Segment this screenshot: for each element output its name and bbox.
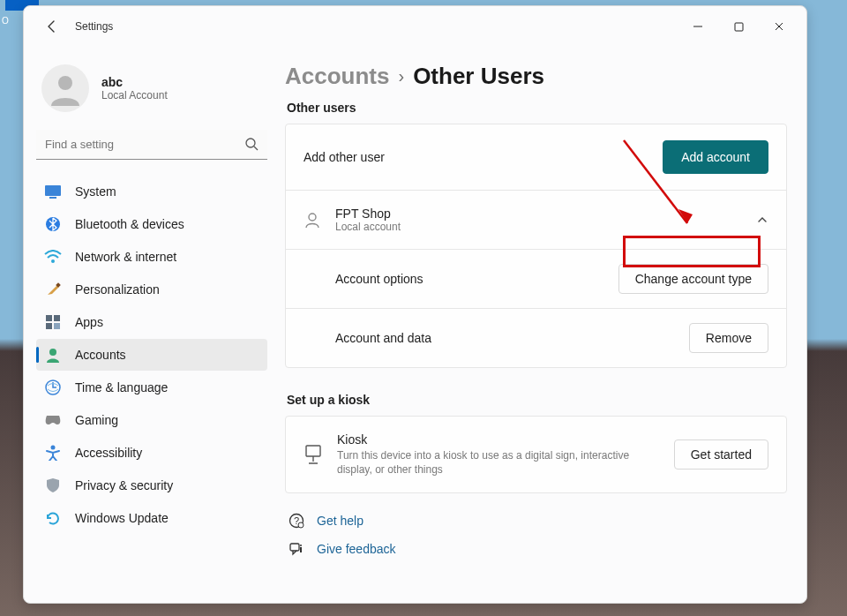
paintbrush-icon xyxy=(43,280,63,299)
nav-personalization[interactable]: Personalization xyxy=(36,274,267,305)
svg-point-12 xyxy=(49,349,56,356)
nav-list: System Bluetooth & devices Network & int… xyxy=(36,176,267,534)
user-type: Local account xyxy=(335,221,401,233)
user-row[interactable]: FPT Shop Local account xyxy=(286,191,786,250)
arrow-left-icon xyxy=(45,19,59,34)
get-started-button[interactable]: Get started xyxy=(674,439,768,470)
bluetooth-icon xyxy=(43,214,63,234)
svg-rect-11 xyxy=(54,323,60,329)
search-input[interactable] xyxy=(36,130,267,160)
apps-icon xyxy=(43,312,63,332)
window-title: Settings xyxy=(75,20,113,33)
change-account-type-button[interactable]: Change account type xyxy=(618,264,768,294)
nav-apps[interactable]: Apps xyxy=(36,306,267,338)
link-label: Give feedback xyxy=(317,542,396,556)
minimize-icon xyxy=(693,21,703,32)
nav-accessibility[interactable]: Accessibility xyxy=(36,437,267,469)
svg-rect-9 xyxy=(54,315,60,321)
nav-label: Accessibility xyxy=(75,446,142,460)
kiosk-icon xyxy=(304,444,323,465)
svg-point-1 xyxy=(58,76,72,90)
minimize-button[interactable] xyxy=(678,12,718,41)
nav-label: Bluetooth & devices xyxy=(75,217,184,231)
gamepad-icon xyxy=(43,410,63,430)
help-links: ? Get help Give feedback xyxy=(285,513,787,557)
user-name: FPT Shop xyxy=(335,207,401,221)
breadcrumb-parent[interactable]: Accounts xyxy=(285,63,389,90)
wifi-icon xyxy=(43,247,63,267)
account-data-label: Account and data xyxy=(335,331,431,345)
nav-label: Personalization xyxy=(75,282,160,297)
nav-label: Time & language xyxy=(75,380,168,394)
svg-rect-10 xyxy=(46,323,52,329)
nav-network[interactable]: Network & internet xyxy=(36,241,267,273)
search-icon xyxy=(244,137,259,151)
svg-rect-4 xyxy=(49,197,56,199)
kiosk-title: Kiosk xyxy=(337,432,655,447)
breadcrumb: Accounts › Other Users xyxy=(285,63,787,90)
link-label: Get help xyxy=(317,514,364,528)
settings-window: Settings abc xyxy=(23,5,807,604)
add-account-button[interactable]: Add account xyxy=(663,140,768,174)
svg-point-2 xyxy=(246,139,255,147)
svg-rect-16 xyxy=(306,446,320,456)
nav-time[interactable]: Time & language xyxy=(36,372,267,403)
chevron-right-icon: › xyxy=(398,66,404,86)
nav-privacy[interactable]: Privacy & security xyxy=(36,470,267,501)
give-feedback-link[interactable]: Give feedback xyxy=(289,541,787,557)
back-button[interactable] xyxy=(40,14,64,39)
nav-update[interactable]: Windows Update xyxy=(36,502,267,534)
nav-system[interactable]: System xyxy=(36,176,267,207)
maximize-icon xyxy=(734,22,744,32)
close-icon xyxy=(774,21,784,32)
section-kiosk-label: Set up a kiosk xyxy=(287,393,787,407)
nav-gaming[interactable]: Gaming xyxy=(36,404,267,436)
avatar xyxy=(41,64,89,112)
svg-point-6 xyxy=(51,259,55,263)
other-users-card: Add other user Add account FPT Shop Loca… xyxy=(285,124,787,368)
feedback-icon xyxy=(289,541,304,557)
desktop-background: O xyxy=(0,0,23,616)
kiosk-card: Kiosk Turn this device into a kiosk to u… xyxy=(285,416,787,493)
nav-label: Apps xyxy=(75,315,103,329)
display-icon xyxy=(43,182,63,201)
get-help-link[interactable]: ? Get help xyxy=(289,513,787,529)
account-data-row: Account and data Remove xyxy=(286,309,786,367)
add-user-row: Add other user Add account xyxy=(286,124,786,191)
search-wrap xyxy=(36,130,267,160)
svg-point-14 xyxy=(51,446,56,450)
clock-globe-icon xyxy=(43,378,63,397)
svg-point-19 xyxy=(298,522,304,528)
nav-label: Privacy & security xyxy=(75,478,173,492)
help-icon: ? xyxy=(289,513,304,529)
accessibility-icon xyxy=(43,443,63,462)
kiosk-row: Kiosk Turn this device into a kiosk to u… xyxy=(286,417,786,492)
add-user-label: Add other user xyxy=(304,150,385,164)
window-controls xyxy=(678,12,799,41)
nav-bluetooth[interactable]: Bluetooth & devices xyxy=(36,208,267,240)
nav-label: Network & internet xyxy=(75,250,176,264)
maximize-button[interactable] xyxy=(718,12,759,41)
account-options-row: Account options Change account type xyxy=(286,250,786,309)
person-outline-icon xyxy=(304,211,321,229)
chevron-up-icon xyxy=(756,214,768,226)
nav-accounts[interactable]: Accounts xyxy=(36,339,267,371)
profile-block[interactable]: abc Local Account xyxy=(36,56,267,124)
shield-icon xyxy=(43,476,63,495)
profile-name: abc xyxy=(101,75,168,89)
remove-button[interactable]: Remove xyxy=(689,323,768,353)
nav-label: System xyxy=(75,184,116,199)
account-options-label: Account options xyxy=(335,272,424,286)
svg-rect-22 xyxy=(300,547,302,552)
svg-rect-20 xyxy=(290,544,299,551)
desktop-label: O xyxy=(2,16,9,26)
svg-point-15 xyxy=(309,214,316,221)
svg-rect-3 xyxy=(45,185,61,196)
close-button[interactable] xyxy=(759,12,799,41)
page-title: Other Users xyxy=(413,63,544,90)
person-icon xyxy=(48,71,83,106)
main-content: Accounts › Other Users Other users Add o… xyxy=(280,47,806,603)
nav-label: Accounts xyxy=(75,348,126,362)
titlebar: Settings xyxy=(24,6,806,47)
svg-rect-8 xyxy=(46,315,52,321)
